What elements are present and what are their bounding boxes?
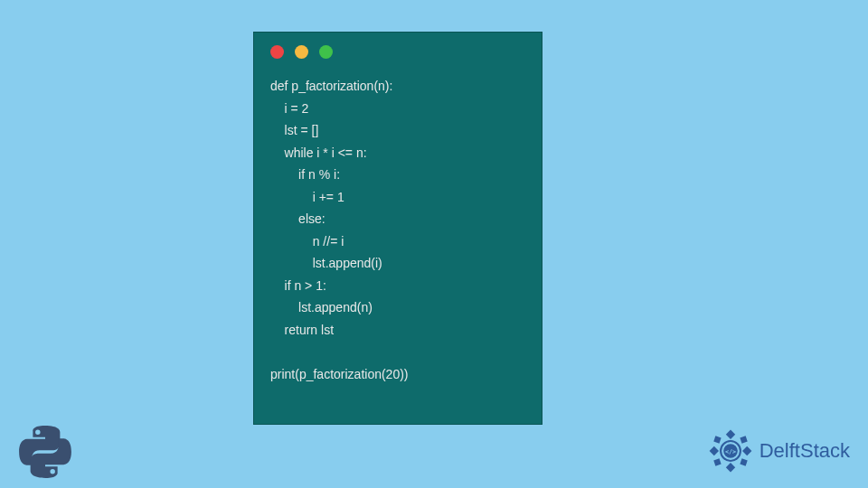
close-icon[interactable] bbox=[270, 45, 284, 59]
python-logo-icon bbox=[18, 425, 72, 479]
window-controls bbox=[254, 33, 542, 68]
svg-text:</>: </> bbox=[725, 448, 736, 455]
code-window: def p_factorization(n): i = 2 lst = [] w… bbox=[253, 32, 542, 425]
svg-marker-1 bbox=[726, 463, 735, 472]
minimize-icon[interactable] bbox=[295, 45, 308, 59]
maximize-icon[interactable] bbox=[319, 45, 333, 59]
svg-marker-5 bbox=[740, 458, 747, 465]
svg-marker-7 bbox=[713, 458, 721, 465]
svg-marker-0 bbox=[726, 430, 735, 439]
delftstack-label: DelftStack bbox=[760, 439, 850, 463]
code-block: def p_factorization(n): i = 2 lst = [] w… bbox=[254, 68, 542, 392]
svg-marker-4 bbox=[713, 436, 721, 443]
svg-marker-2 bbox=[709, 446, 718, 455]
delftstack-branding: </> DelftStack bbox=[707, 427, 850, 474]
svg-marker-6 bbox=[740, 436, 747, 443]
svg-marker-3 bbox=[742, 446, 751, 455]
delftstack-logo-icon: </> bbox=[707, 427, 754, 474]
